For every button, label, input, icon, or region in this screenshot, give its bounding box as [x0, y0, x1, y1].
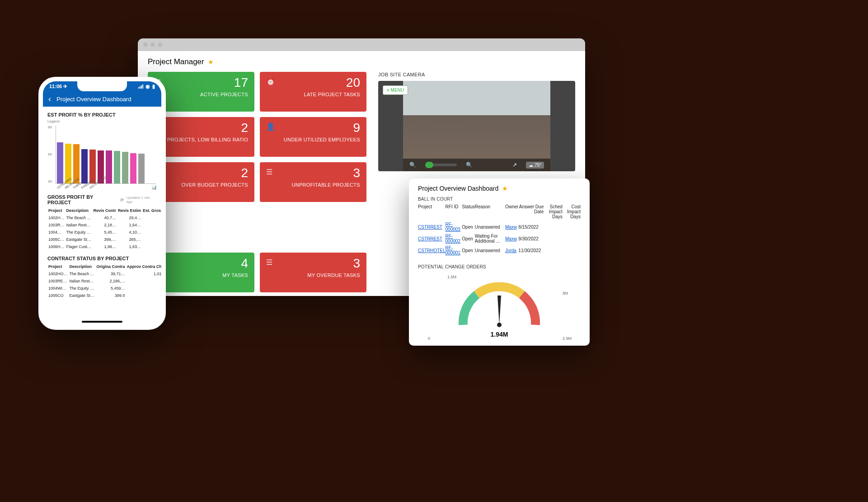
wifi-icon: ◉: [145, 84, 150, 89]
nav-title: Project Overview Dashboard: [56, 96, 131, 103]
kpi-number: 17: [234, 76, 248, 89]
chart-type-icon[interactable]: 📊: [151, 185, 157, 190]
chart-bar[interactable]: [114, 151, 120, 183]
kpi-label: ACTIVE PROJECTS: [200, 92, 248, 97]
chart-x-axis: ULTICURR1REVREC02THR03FIXEDP062017PROG01: [56, 185, 157, 188]
kpi-label: UNDER UTILIZED EMPLOYEES: [284, 137, 360, 142]
card-title: Project Overview Dashboard ★: [418, 185, 581, 192]
gauge-value: 1.94M: [418, 331, 581, 338]
temp-value: 75°: [535, 163, 541, 168]
star-icon[interactable]: ★: [208, 58, 214, 66]
gauge-mid: 1.5M: [447, 275, 456, 279]
project-link[interactable]: CSTRHOTEL: [418, 244, 446, 256]
titlebar: [138, 38, 585, 51]
chart-title: EST PROFIT % BY PROJECT: [47, 112, 157, 117]
chart-bar[interactable]: [106, 150, 112, 184]
owner-link[interactable]: Maxw: [505, 221, 518, 233]
project-link[interactable]: CSTRREST: [418, 221, 446, 233]
owner-link[interactable]: Jorda: [505, 244, 518, 256]
gp-title: GROSS PROFIT BY PROJECT: [47, 194, 117, 205]
table-row: CSTRRESTRF-000002OpenWaiting For Additio…: [418, 233, 581, 244]
page-title-text: Project Manager: [148, 57, 204, 66]
svg-point-1: [497, 323, 502, 327]
kpi-label: UNPROFITABLE PROJECTS: [291, 182, 360, 188]
table-row[interactable]: 1005COEastgate Strip Mall399.00.00399.0: [47, 292, 161, 299]
table-row[interactable]: 1004…The Equity Gro…5,45…4,10…1,35…24.80: [47, 229, 161, 236]
table-row[interactable]: 1004WI…The Equity Group -…5,459…0.005,45…: [47, 285, 161, 292]
ball-in-court-heading: BALL IN COURT: [418, 197, 581, 202]
kpi-icon: 👤: [266, 122, 276, 132]
cs-title: CONTRACT STATUS BY PROJECT: [47, 256, 157, 261]
zoom-slider[interactable]: [425, 164, 457, 166]
ball-in-court-table: ProjectRFI IDStatusReasonOwnerAnswer Due…: [418, 204, 581, 256]
clock: 11:06 ✈: [49, 84, 67, 89]
share-icon[interactable]: ↗: [512, 162, 517, 168]
contract-status-table: ProjectDescriptionOrigina ContraApprov C…: [47, 263, 161, 299]
project-link[interactable]: CSTRREST: [418, 233, 446, 244]
kpi-label: PROJECTS, LOW BILLING RATIO: [167, 137, 248, 142]
chart-bar[interactable]: [130, 153, 136, 184]
traffic-light-icon: [150, 42, 155, 47]
kpi-tile[interactable]: 👤9UNDER UTILIZED EMPLOYEES: [260, 117, 366, 157]
svg-marker-0: [497, 296, 501, 325]
table-row[interactable]: 1002HO…The Beach Hotel a…39,71…1,019,…40…: [47, 270, 161, 277]
zoom-out-icon[interactable]: 🔍: [409, 162, 416, 168]
camera-title: JOB SITE CAMERA: [378, 72, 575, 77]
kpi-icon: ☰: [266, 168, 276, 178]
kpi-tile[interactable]: ☰3UNPROFITABLE PROJECTS: [260, 162, 366, 202]
kpi-label: OVER BUDGET PROJECTS: [181, 182, 248, 188]
overview-card: Project Overview Dashboard ★ BALL IN COU…: [409, 178, 590, 346]
table-row[interactable]: 1003R…Italian Restaura…2,18…1,64…543,…24…: [47, 221, 161, 229]
kpi-label: MY TASKS: [222, 272, 248, 278]
table-row[interactable]: 1003RE…Italian Restaurant …2,186,…0.002,…: [47, 277, 161, 285]
table-row[interactable]: 1005C…Eastgate Strip …399,…265,…133,…33.…: [47, 236, 161, 243]
updated-label: Updated 1 min ago: [127, 196, 157, 204]
chart-legend: Legend: [47, 119, 157, 123]
chart-bar[interactable]: [122, 152, 128, 184]
signal-icon: [138, 84, 143, 89]
rfi-link[interactable]: RF-000002: [446, 233, 462, 244]
chart-bar[interactable]: [138, 154, 145, 183]
chart-bar[interactable]: [73, 144, 80, 183]
table-row[interactable]: 1002H…The Beach Hot…40,7…29,4…11,3…27.76: [47, 214, 161, 221]
chart-bar[interactable]: [81, 149, 88, 184]
refresh-icon[interactable]: ⟳: [120, 197, 124, 202]
job-site-camera[interactable]: ≡ MENU 🔍 🔍 ↗ ☁ 75°: [378, 81, 575, 171]
kpi-number: 9: [353, 122, 360, 134]
kpi-icon: ⏰: [266, 77, 276, 87]
kpi-grid: ▦17ACTIVE PROJECTS⏰20LATE PROJECT TASKS%…: [148, 72, 366, 292]
kpi-number: 3: [353, 167, 360, 179]
camera-menu-button[interactable]: ≡ MENU: [383, 85, 408, 95]
kpi-tile[interactable]: ☰3MY OVERDUE TASKS: [260, 253, 366, 292]
gauge-chart: 0 1.5M 3M 2.9M 1.94M: [418, 273, 581, 341]
phone-mockup: 11:06 ✈ ◉ ▮ ‹ Project Overview Dashboard…: [38, 77, 166, 330]
zoom-in-icon[interactable]: 🔍: [466, 162, 473, 168]
chart-bar[interactable]: [57, 142, 63, 184]
kpi-number: 4: [241, 257, 248, 270]
traffic-light-icon: [158, 42, 162, 47]
phone-navbar: ‹ Project Overview Dashboard: [43, 91, 161, 107]
rfi-link[interactable]: RF-000003: [446, 221, 462, 233]
kpi-label: LATE PROJECT TASKS: [304, 92, 360, 97]
kpi-number: 20: [346, 76, 360, 89]
table-row: CSTRHOTELRF-000001OpenUnansweredJorda11/…: [418, 244, 581, 256]
battery-icon: ▮: [152, 84, 155, 89]
card-title-text: Project Overview Dashboard: [418, 185, 498, 192]
pco-heading: POTENTIAL CHANGE ORDERS: [418, 264, 581, 269]
kpi-number: 2: [241, 122, 248, 134]
table-row[interactable]: 1006H…Flager Custom …1,96…1,63…322,…16.4…: [47, 243, 161, 250]
table-row: CSTRRESTRF-000003OpenUnansweredMaxw8/15/…: [418, 221, 581, 233]
star-icon[interactable]: ★: [502, 185, 508, 192]
kpi-icon: ☰: [266, 258, 276, 268]
kpi-number: 2: [241, 167, 248, 179]
weather-badge: ☁ 75°: [526, 162, 544, 169]
gross-profit-table: ProjectDescriptionRevis ContrRevis Estim…: [47, 207, 161, 250]
kpi-number: 3: [353, 257, 360, 270]
rfi-link[interactable]: RF-000001: [446, 244, 462, 256]
profit-bar-chart[interactable]: 806040 📊: [56, 125, 156, 184]
home-indicator[interactable]: [82, 321, 122, 323]
traffic-light-icon: [143, 42, 148, 47]
kpi-tile[interactable]: ⏰20LATE PROJECT TASKS: [260, 72, 366, 112]
owner-link[interactable]: Maxw: [505, 233, 518, 244]
back-icon[interactable]: ‹: [48, 94, 51, 104]
